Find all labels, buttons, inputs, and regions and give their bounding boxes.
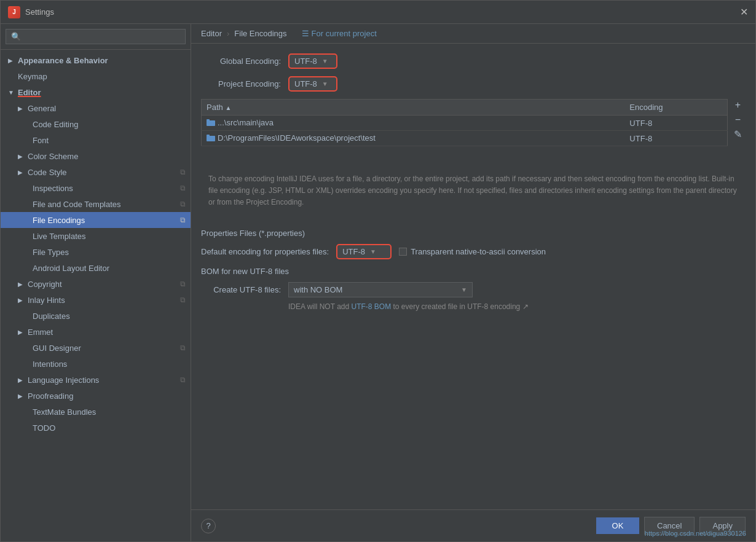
bom-note-prefix: IDEA will NOT add [288, 302, 351, 311]
encoding-column-header[interactable]: Encoding [624, 100, 727, 116]
project-encoding-dropdown[interactable]: UTF-8 ▼ [288, 76, 337, 92]
settings-dialog: J Settings ✕ ▶ Appearance & Behavior Key… [0, 0, 756, 542]
sidebar-item-label: General [28, 104, 56, 113]
sidebar-item-inlay-hints[interactable]: ▶ Inlay Hints ⧉ [1, 292, 191, 308]
sidebar-item-label: File and Code Templates [33, 200, 121, 209]
copy-icon: ⧉ [180, 200, 186, 208]
sidebar-item-label: Editor [18, 88, 41, 97]
close-button[interactable]: ✕ [740, 6, 748, 18]
bom-note-suffix: to every created file in UTF-8 encoding … [391, 302, 528, 311]
bom-note: IDEA will NOT add UTF-8 BOM to every cre… [201, 302, 746, 311]
path-value: ...\src\main\java [218, 118, 274, 127]
bom-section-title: BOM for new UTF-8 files [201, 267, 746, 276]
path-column-header[interactable]: Path [202, 100, 625, 116]
sidebar-item-textmate[interactable]: TextMate Bundles [1, 404, 191, 420]
transparent-checkbox[interactable] [399, 248, 407, 256]
arrow-icon: ▼ [8, 89, 15, 96]
arrow-icon: ▶ [18, 169, 25, 176]
global-encoding-dropdown[interactable]: UTF-8 ▼ [288, 53, 337, 69]
svg-rect-2 [207, 136, 215, 141]
arrow-icon [23, 409, 30, 415]
sidebar-item-language-injections[interactable]: ▶ Language Injections ⧉ [1, 372, 191, 388]
default-encoding-label: Default encoding for properties files: [201, 247, 329, 256]
sidebar-item-editor[interactable]: ▼ Editor [1, 84, 191, 100]
search-box [1, 24, 191, 50]
sidebar-item-duplicates[interactable]: Duplicates [1, 308, 191, 324]
project-encoding-label: Project Encoding: [201, 79, 281, 88]
add-row-button[interactable]: + [733, 99, 743, 111]
sidebar-item-android-layout[interactable]: Android Layout Editor [1, 260, 191, 276]
table-cell-encoding: UTF-8 [624, 131, 727, 146]
create-utf8-dropdown[interactable]: with NO BOM ▼ [288, 282, 473, 297]
breadcrumb-current: File Encodings [234, 29, 286, 38]
arrow-icon [23, 425, 30, 431]
sidebar-item-proofreading[interactable]: ▶ Proofreading [1, 388, 191, 404]
breadcrumb-bar: Editor › File Encodings ☰ For current pr… [191, 24, 755, 44]
sidebar-item-file-code-templates[interactable]: File and Code Templates ⧉ [1, 196, 191, 212]
properties-section-title: Properties Files (*.properties) [201, 229, 746, 238]
create-utf8-label: Create UTF-8 files: [201, 285, 281, 294]
sidebar-item-file-encodings[interactable]: File Encodings ⧉ [1, 212, 191, 228]
title-bar-left: J Settings [8, 6, 54, 18]
dialog-body: ▶ Appearance & Behavior Keymap ▼ Editor … [1, 24, 755, 541]
copy-icon: ⧉ [180, 184, 186, 192]
sidebar-item-label: Color Scheme [28, 152, 78, 161]
sidebar-item-general[interactable]: ▶ General [1, 100, 191, 116]
bom-section: BOM for new UTF-8 files Create UTF-8 fil… [201, 267, 746, 311]
file-encodings-table: Path Encoding [201, 99, 728, 146]
sidebar-item-inspections[interactable]: Inspections ⧉ [1, 180, 191, 196]
sidebar-item-live-templates[interactable]: Live Templates [1, 228, 191, 244]
sidebar-item-label: Live Templates [33, 232, 85, 241]
bom-link[interactable]: UTF-8 BOM [351, 302, 391, 311]
sidebar-item-label: Code Style [28, 168, 67, 177]
arrow-icon: ▶ [18, 393, 25, 399]
help-button[interactable]: ? [201, 519, 216, 533]
copy-icon: ⧉ [180, 168, 186, 176]
sidebar-item-gui-designer[interactable]: GUI Designer ⧉ [1, 340, 191, 356]
ok-button[interactable]: OK [596, 517, 639, 534]
arrow-icon [23, 313, 30, 320]
sidebar-scroll: ▶ Appearance & Behavior Keymap ▼ Editor … [1, 50, 191, 541]
file-table-wrapper: Path Encoding [201, 99, 746, 156]
table-row[interactable]: D:\ProgramFiles\IDEAworkspace\project\te… [202, 131, 728, 146]
svg-rect-3 [207, 135, 210, 136]
for-current-project-link[interactable]: ☰ For current project [302, 29, 377, 38]
sidebar-item-copyright[interactable]: ▶ Copyright ⧉ [1, 276, 191, 292]
arrow-icon: ▶ [18, 297, 25, 304]
properties-encoding-dropdown[interactable]: UTF-8 ▼ [336, 244, 392, 259]
search-input[interactable] [6, 29, 186, 44]
transparent-label: Transparent native-to-ascii conversion [411, 247, 546, 256]
sidebar-item-emmet[interactable]: ▶ Emmet [1, 324, 191, 340]
arrow-icon: ▶ [18, 329, 25, 336]
remove-row-button[interactable]: − [733, 114, 743, 126]
copy-icon: ⧉ [180, 344, 186, 352]
sidebar-item-code-style[interactable]: ▶ Code Style ⧉ [1, 164, 191, 180]
global-encoding-label: Global Encoding: [201, 57, 281, 66]
create-utf8-value: with NO BOM [294, 285, 342, 294]
project-encoding-value: UTF-8 [294, 79, 317, 88]
sidebar-item-file-types[interactable]: File Types [1, 244, 191, 260]
footer-left: ? [201, 519, 216, 533]
arrow-icon: ▶ [18, 105, 25, 112]
global-encoding-value: UTF-8 [294, 57, 317, 66]
arrow-icon [23, 345, 30, 352]
arrow-icon [23, 265, 30, 272]
table-row[interactable]: ...\src\main\java UTF-8 [202, 116, 728, 131]
bom-create-row: Create UTF-8 files: with NO BOM ▼ [201, 282, 746, 297]
sidebar-item-label: GUI Designer [33, 344, 81, 353]
dropdown-arrow-icon: ▼ [461, 286, 467, 293]
sidebar-item-keymap[interactable]: Keymap [1, 68, 191, 84]
sidebar-item-code-editing[interactable]: Code Editing [1, 116, 191, 132]
sidebar-item-label: Code Editing [33, 120, 78, 129]
sidebar-item-todo[interactable]: TODO [1, 420, 191, 436]
dropdown-arrow-icon: ▼ [322, 58, 328, 65]
sidebar-item-font[interactable]: Font [1, 132, 191, 148]
sidebar-item-appearance[interactable]: ▶ Appearance & Behavior [1, 52, 191, 68]
global-encoding-row: Global Encoding: UTF-8 ▼ [201, 53, 746, 69]
breadcrumb-parent: Editor [201, 29, 222, 38]
table-container: Path Encoding [201, 99, 728, 156]
sidebar-item-intentions[interactable]: Intentions [1, 356, 191, 372]
edit-row-button[interactable]: ✎ [733, 128, 743, 141]
sidebar-item-label: Font [33, 136, 49, 145]
sidebar-item-color-scheme[interactable]: ▶ Color Scheme [1, 148, 191, 164]
